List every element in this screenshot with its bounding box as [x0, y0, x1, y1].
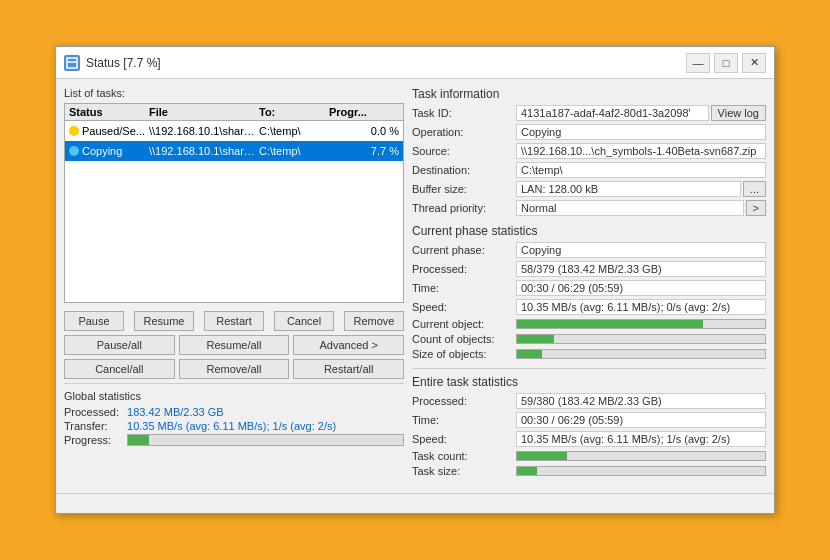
current-object-bar: [516, 319, 766, 329]
task-count-bar: [516, 451, 766, 461]
source-label: Source:: [412, 145, 512, 157]
global-stats-label: Global statistics: [64, 390, 404, 402]
cancel-all-button[interactable]: Cancel/all: [64, 359, 175, 379]
paused-dot: [69, 126, 79, 136]
current-phase-label: Current phase:: [412, 244, 512, 256]
source-value: \\192.168.10...\ch_symbols-1.40Beta-svn6…: [516, 143, 766, 159]
task-id-label: Task ID:: [412, 107, 512, 119]
row2-status: Copying: [69, 145, 149, 157]
operation-value: Copying: [516, 124, 766, 140]
phase-time-label: Time:: [412, 282, 512, 294]
table-row[interactable]: Copying \\192.168.10.1\share... C:\temp\…: [65, 141, 403, 161]
restart-button[interactable]: Restart: [204, 311, 264, 331]
status-bar: [56, 493, 774, 513]
size-objects-bar: [516, 349, 766, 359]
row1-file: \\192.168.10.1\share...: [149, 125, 259, 137]
button-row-1: Pause Resume Restart Cancel Remove: [64, 311, 404, 331]
pause-all-button[interactable]: Pause/all: [64, 335, 175, 355]
button-row-2: Pause/all Resume/all Advanced >: [64, 335, 404, 355]
size-objects-fill: [517, 350, 542, 358]
stats-grid: Processed: 183.42 MB/2.33 GB Transfer: 1…: [64, 406, 404, 446]
right-panel: Task information Task ID: 4131a187-adaf-…: [412, 87, 766, 485]
phase-title: Current phase statistics: [412, 224, 766, 238]
restart-all-button[interactable]: Restart/all: [293, 359, 404, 379]
transfer-label: Transfer:: [64, 420, 119, 432]
view-log-button[interactable]: View log: [711, 105, 766, 121]
pause-button[interactable]: Pause: [64, 311, 124, 331]
task-id-row: 4131a187-adaf-4af2-80d1-3a2098' View log: [516, 105, 766, 121]
row2-to: C:\temp\: [259, 145, 329, 157]
count-objects-bar: [516, 334, 766, 344]
phase-grid: Current phase: Copying Processed: 58/379…: [412, 242, 766, 360]
entire-time-label: Time:: [412, 414, 512, 426]
row1-status: Paused/Se...: [69, 125, 149, 137]
priority-label: Thread priority:: [412, 202, 512, 214]
task-size-fill: [517, 467, 537, 475]
progress-label: Progress:: [64, 434, 119, 446]
copying-dot: [69, 146, 79, 156]
remove-button[interactable]: Remove: [344, 311, 404, 331]
processed-value: 183.42 MB/2.33 GB: [127, 406, 404, 418]
global-stats: Global statistics Processed: 183.42 MB/2…: [64, 383, 404, 446]
entire-time-value: 00:30 / 06:29 (05:59): [516, 412, 766, 428]
col-progress-header: Progr...: [329, 106, 399, 118]
resume-all-button[interactable]: Resume/all: [179, 335, 290, 355]
buffer-value: LAN: 128.00 kB: [516, 181, 741, 197]
entire-speed-label: Speed:: [412, 433, 512, 445]
task-info-grid: Task ID: 4131a187-adaf-4af2-80d1-3a2098'…: [412, 105, 766, 216]
row1-progress: 0.0 %: [329, 125, 399, 137]
remove-all-button[interactable]: Remove/all: [179, 359, 290, 379]
priority-value: Normal: [516, 200, 744, 216]
col-to-header: To:: [259, 106, 329, 118]
button-row-3: Cancel/all Remove/all Restart/all: [64, 359, 404, 379]
count-objects-label: Count of objects:: [412, 333, 512, 345]
size-objects-label: Size of objects:: [412, 348, 512, 360]
transfer-value: 10.35 MB/s (avg: 6.11 MB/s); 1/s (avg: 2…: [127, 420, 404, 432]
minimize-button[interactable]: —: [686, 53, 710, 73]
buffer-btn[interactable]: ...: [743, 181, 766, 197]
buffer-row: LAN: 128.00 kB ...: [516, 181, 766, 197]
main-content: List of tasks: Status File To: Progr... …: [56, 79, 774, 493]
entire-stats-section: Entire task statistics Processed: 59/380…: [412, 375, 766, 477]
cancel-button[interactable]: Cancel: [274, 311, 334, 331]
current-phase-value: Copying: [516, 242, 766, 258]
buffer-label: Buffer size:: [412, 183, 512, 195]
table-row[interactable]: Paused/Se... \\192.168.10.1\share... C:\…: [65, 121, 403, 141]
entire-grid: Processed: 59/380 (183.42 MB/2.33 GB) Ti…: [412, 393, 766, 477]
left-panel: List of tasks: Status File To: Progr... …: [64, 87, 404, 485]
current-object-fill: [517, 320, 703, 328]
phase-speed-label: Speed:: [412, 301, 512, 313]
resume-button[interactable]: Resume: [134, 311, 194, 331]
task-size-bar: [516, 466, 766, 476]
priority-btn[interactable]: >: [746, 200, 766, 216]
window-controls: — □ ✕: [686, 53, 766, 73]
global-progress-fill: [128, 435, 149, 445]
phase-processed-label: Processed:: [412, 263, 512, 275]
operation-label: Operation:: [412, 126, 512, 138]
titlebar: Status [7.7 %] — □ ✕: [56, 47, 774, 79]
table-header: Status File To: Progr...: [65, 104, 403, 121]
list-label: List of tasks:: [64, 87, 404, 99]
task-info-section: Task information Task ID: 4131a187-adaf-…: [412, 87, 766, 216]
row2-progress: 7.7 %: [329, 145, 399, 157]
entire-speed-value: 10.35 MB/s (avg: 6.11 MB/s); 1/s (avg: 2…: [516, 431, 766, 447]
phase-time-value: 00:30 / 06:29 (05:59): [516, 280, 766, 296]
entire-title: Entire task statistics: [412, 375, 766, 389]
task-size-label: Task size:: [412, 465, 512, 477]
entire-processed-label: Processed:: [412, 395, 512, 407]
count-objects-fill: [517, 335, 554, 343]
advanced-button[interactable]: Advanced >: [293, 335, 404, 355]
close-button[interactable]: ✕: [742, 53, 766, 73]
maximize-button[interactable]: □: [714, 53, 738, 73]
window-title: Status [7.7 %]: [86, 56, 686, 70]
phase-processed-value: 58/379 (183.42 MB/2.33 GB): [516, 261, 766, 277]
destination-label: Destination:: [412, 164, 512, 176]
phase-stats-section: Current phase statistics Current phase: …: [412, 224, 766, 360]
priority-row: Normal >: [516, 200, 766, 216]
task-list-area: Status File To: Progr... Paused/Se... \\…: [64, 103, 404, 303]
global-progress-bar: [127, 434, 404, 446]
main-window: Status [7.7 %] — □ ✕ List of tasks: Stat…: [55, 46, 775, 514]
entire-processed-value: 59/380 (183.42 MB/2.33 GB): [516, 393, 766, 409]
divider: [412, 368, 766, 369]
task-count-label: Task count:: [412, 450, 512, 462]
